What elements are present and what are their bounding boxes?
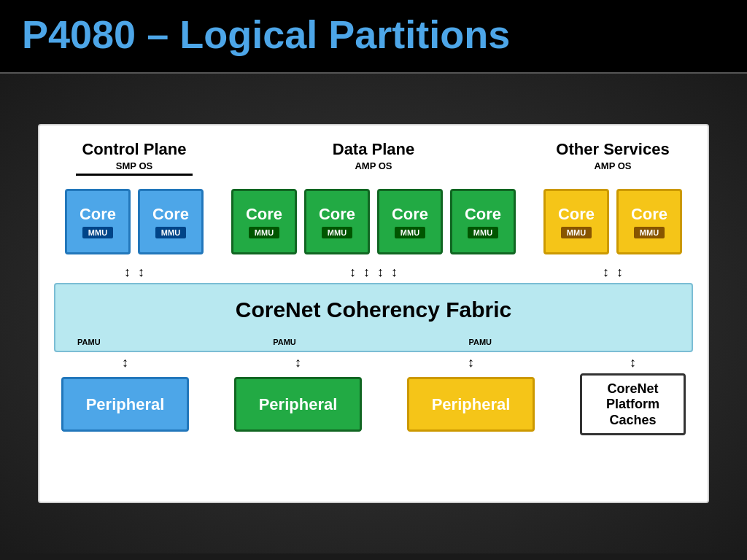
core-label-7: Core [558, 205, 595, 224]
main-area: Control Plane SMP OS Data Plane AMP OS O… [0, 74, 747, 553]
arrow-up-3: ↕ [349, 265, 356, 280]
peripheral-blue-label: Peripheral [86, 395, 165, 414]
header: P4080 – Logical Partitions [0, 0, 747, 74]
core-mmu-2: MMU [155, 227, 186, 238]
pamu-label-3: PAMU [468, 338, 492, 346]
arrow-up-4: ↕ [363, 265, 370, 280]
data-plane-title: Data Plane [214, 140, 533, 159]
control-cores-group: Core MMU Core MMU [54, 183, 214, 260]
core-mmu-8: MMU [634, 227, 665, 238]
core-mmu-5: MMU [395, 227, 425, 238]
core-control-1: Core MMU [65, 189, 131, 254]
arrow-up-5: ↕ [377, 265, 384, 280]
core-other-2: Core MMU [616, 189, 682, 254]
data-cores-group: Core MMU Core MMU Core MMU Core MMU [214, 183, 533, 260]
bottom-arrows: ↕ ↕ ↕ ↕ [54, 355, 693, 370]
arrow-up-6: ↕ [391, 265, 398, 280]
page-title: P4080 – Logical Partitions [22, 13, 725, 56]
peripheral-corenet: CoreNetPlatformCaches [580, 373, 686, 435]
control-plane-subtitle: SMP OS [54, 160, 214, 171]
peripheral-yellow-label: Peripheral [432, 395, 511, 414]
core-other-1: Core MMU [543, 189, 609, 254]
arrow-up-7: ↕ [603, 265, 609, 280]
section-headers: Control Plane SMP OS Data Plane AMP OS O… [54, 140, 693, 176]
top-arrows: ↕ ↕ ↕ ↕ ↕ ↕ ↕ ↕ [54, 265, 693, 280]
core-mmu-4: MMU [322, 227, 352, 238]
peripheral-green: Peripheral [234, 377, 362, 432]
core-label-5: Core [392, 205, 428, 224]
core-mmu-7: MMU [561, 227, 592, 238]
control-plane-title: Control Plane [54, 140, 214, 159]
core-mmu-1: MMU [82, 227, 113, 238]
core-label-3: Core [246, 205, 282, 224]
corenet-fabric: CoreNet Coherency Fabric PAMU PAMU PAMU … [54, 283, 693, 352]
arrow-down-2: ↕ [234, 355, 362, 370]
data-plane-subtitle: AMP OS [214, 160, 533, 171]
arrow-up-8: ↕ [616, 265, 623, 280]
core-label-4: Core [319, 205, 355, 224]
section-data: Data Plane AMP OS [214, 140, 533, 176]
core-data-2: Core MMU [304, 189, 370, 254]
core-mmu-6: MMU [468, 227, 498, 238]
other-services-title: Other Services [533, 140, 693, 159]
peripheral-yellow: Peripheral [407, 377, 535, 432]
peripheral-green-label: Peripheral [259, 395, 338, 414]
core-data-3: Core MMU [377, 189, 443, 254]
section-control: Control Plane SMP OS [54, 140, 214, 176]
peripheral-blue: Peripheral [61, 377, 189, 432]
core-label-2: Core [152, 205, 189, 224]
arrow-down-1: ↕ [61, 355, 189, 370]
core-mmu-3: MMU [249, 227, 279, 238]
core-data-4: Core MMU [450, 189, 516, 254]
arrow-down-3: ↕ [407, 355, 535, 370]
other-services-subtitle: AMP OS [533, 160, 693, 171]
core-label-6: Core [465, 205, 501, 224]
core-label-8: Core [631, 205, 667, 224]
other-cores-group: Core MMU Core MMU [533, 183, 693, 260]
pamu-label-1: PAMU [77, 338, 101, 346]
fabric-title: CoreNet Coherency Fabric [70, 298, 677, 322]
peripherals-row: Peripheral Peripheral Peripheral CoreNet… [54, 373, 693, 435]
arrow-up-2: ↕ [138, 265, 144, 280]
peripheral-corenet-label: CoreNetPlatformCaches [606, 381, 659, 429]
arrow-down-4: ↕ [580, 355, 686, 370]
pamu-label-2: PAMU [273, 338, 296, 346]
core-data-1: Core MMU [231, 189, 297, 254]
diagram: Control Plane SMP OS Data Plane AMP OS O… [38, 124, 709, 503]
core-control-2: Core MMU [138, 189, 204, 254]
control-divider [76, 174, 193, 176]
section-other: Other Services AMP OS [533, 140, 693, 176]
cores-row: Core MMU Core MMU Core MMU Core MMU [54, 183, 693, 260]
arrow-up-1: ↕ [124, 265, 131, 280]
core-label-1: Core [80, 205, 116, 224]
